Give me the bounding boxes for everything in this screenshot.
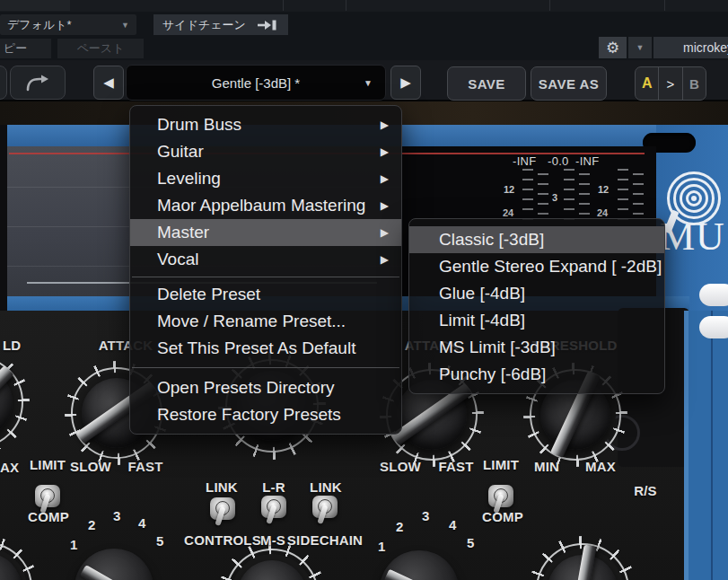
ratio-1-right: 1 — [378, 539, 385, 554]
submenu-item-label: Punchy [-6dB] — [439, 365, 546, 384]
save-button[interactable]: SAVE — [447, 66, 526, 101]
ab-compare-b-button[interactable]: B — [683, 67, 706, 100]
copy-button[interactable]: ピー — [0, 39, 51, 58]
menu-item-leveling[interactable]: Leveling ▶ — [130, 165, 401, 192]
preset-display-label: Gentle [-3dB] * — [212, 75, 300, 91]
meter-ticks — [522, 169, 533, 221]
max-label: MAX — [585, 459, 616, 474]
ms-label: M-S — [260, 532, 285, 548]
menu-item-vocal[interactable]: Vocal ▶ — [130, 246, 401, 273]
redo-button[interactable] — [10, 66, 66, 100]
menu-item-master[interactable]: Master ▶ — [130, 219, 401, 246]
link-sidechain-toggle[interactable] — [310, 490, 340, 532]
ratio-5-right: 5 — [467, 535, 474, 550]
meter-ticks — [579, 173, 590, 221]
sidechain-route-icon — [257, 20, 276, 31]
submenu-item-punchy[interactable]: Punchy [-6dB] — [409, 361, 664, 388]
menu-item-label: Guitar — [157, 142, 204, 162]
submenu-item-limit[interactable]: Limit [-4dB] — [409, 307, 664, 334]
save-label: SAVE — [468, 76, 505, 92]
threshold-knob-left[interactable] — [0, 350, 30, 454]
menu-item-label: Drum Buss — [157, 115, 241, 135]
menu-item-set-default-preset[interactable]: Set This Preset As Default — [130, 335, 401, 362]
default-preset-dropdown[interactable]: デフォルト* ▼ — [0, 14, 136, 35]
tab-divider — [283, 0, 284, 11]
save-as-label: SAVE AS — [539, 76, 600, 92]
chevron-right-icon: ▶ — [381, 226, 389, 239]
previous-preset-button[interactable]: ◀ — [93, 66, 124, 100]
undo-button[interactable] — [0, 66, 7, 100]
menu-separator — [132, 277, 399, 277]
ratio-knob-left[interactable] — [75, 549, 153, 580]
lr-ms-toggle[interactable] — [259, 490, 289, 532]
ratio-5-left: 5 — [156, 533, 163, 549]
comp-label-left: COMP — [28, 509, 69, 524]
ratio-4-left: 4 — [138, 515, 145, 531]
ratio-3-right: 3 — [422, 508, 429, 523]
device-dropdown-button[interactable]: ▼ — [628, 37, 652, 58]
tab-divider — [346, 0, 346, 11]
ratio-1-left: 1 — [70, 537, 77, 552]
hardware-pill-button[interactable] — [699, 284, 728, 306]
right-triangle-icon: ▶ — [400, 75, 411, 91]
threshold-label-left-partial: LD — [3, 338, 21, 353]
device-name-field[interactable]: microkey — [653, 37, 728, 58]
submenu-item-classic[interactable]: Classic [-3dB] — [409, 226, 664, 253]
next-preset-button[interactable]: ▶ — [390, 66, 421, 100]
side-groove — [711, 311, 713, 580]
save-as-button[interactable]: SAVE AS — [531, 66, 607, 101]
menu-item-guitar[interactable]: Guitar ▶ — [130, 138, 401, 165]
ratio-4-right: 4 — [449, 517, 456, 532]
paste-button[interactable]: ペースト — [57, 39, 144, 58]
hardware-pill-button[interactable] — [699, 316, 728, 338]
chevron-down-icon: ▼ — [364, 78, 373, 88]
preset-context-menu: Drum Buss ▶ Guitar ▶ Leveling ▶ Maor App… — [129, 105, 402, 435]
default-preset-label: デフォルト* — [0, 17, 72, 33]
submenu-item-label: Glue [-4dB] — [439, 284, 525, 303]
menu-item-open-presets-directory[interactable]: Open Presets Directory — [130, 374, 401, 401]
chevron-right-icon: ▶ — [381, 172, 389, 185]
fast-label-right: FAST — [438, 459, 473, 474]
menu-separator — [132, 367, 399, 368]
limit-label-left: LIMIT — [30, 457, 66, 472]
submenu-item-label: Classic [-3dB] — [439, 230, 544, 250]
preset-display-dropdown[interactable]: Gentle [-3dB] * ▼ — [126, 65, 386, 101]
ratio-knob-right[interactable] — [380, 550, 459, 580]
settings-gear-button[interactable]: ⚙ — [599, 37, 627, 58]
submenu-item-ms-limit[interactable]: MS Limit [-3dB] — [409, 334, 664, 361]
link-label-left: LINK — [206, 479, 238, 495]
menu-item-restore-factory-presets[interactable]: Restore Factory Presets — [130, 401, 401, 428]
meter-scale-3-mid: 3 — [552, 192, 557, 203]
submenu-item-label: MS Limit [-3dB] — [439, 338, 556, 357]
submenu-item-gentle-stereo-expand[interactable]: Gentle Stereo Expand [ -2dB] — [409, 253, 664, 280]
menu-item-label: Restore Factory Presets — [157, 405, 341, 425]
ab-compare-a-button[interactable]: A — [636, 67, 658, 100]
ab-compare-group: A > B — [635, 66, 706, 101]
link-controls-toggle[interactable] — [207, 492, 238, 533]
submenu-item-glue[interactable]: Glue [-4dB] — [409, 280, 664, 307]
menu-item-label: Leveling — [157, 169, 221, 189]
menu-item-label: Delete Preset — [157, 285, 260, 304]
ab-copy-arrow-button[interactable]: > — [658, 67, 682, 100]
link-label-right: LINK — [310, 479, 342, 495]
menu-item-move-rename-preset[interactable]: Move / Rename Preset... — [130, 308, 401, 335]
meter-ticks — [564, 169, 575, 221]
chevron-right-icon: ▶ — [381, 253, 389, 266]
menu-item-label: Vocal — [157, 250, 198, 269]
redo-icon — [24, 73, 51, 92]
menu-item-delete-preset[interactable]: Delete Preset — [130, 281, 401, 308]
device-name-label: microkey — [683, 40, 728, 55]
panel-blue-side — [684, 311, 728, 580]
menu-item-drum-buss[interactable]: Drum Buss ▶ — [130, 111, 401, 138]
meter-scale-12-right: 12 — [598, 184, 609, 195]
menu-item-label: Move / Rename Preset... — [157, 312, 346, 331]
menu-item-maor-appelbaum-mastering[interactable]: Maor Appelbaum Mastering ▶ — [130, 192, 401, 219]
rs-label: R/S — [634, 483, 657, 498]
ab-a-label: A — [642, 75, 653, 92]
ratio-2-left: 2 — [88, 517, 95, 532]
output-knob-left[interactable] — [0, 536, 39, 580]
limit-label-right: LIMIT — [483, 457, 519, 472]
output-knob-right[interactable] — [529, 536, 636, 580]
sidechain-button[interactable]: サイドチェーン — [153, 14, 288, 35]
submenu-item-label: Limit [-4dB] — [439, 311, 525, 330]
